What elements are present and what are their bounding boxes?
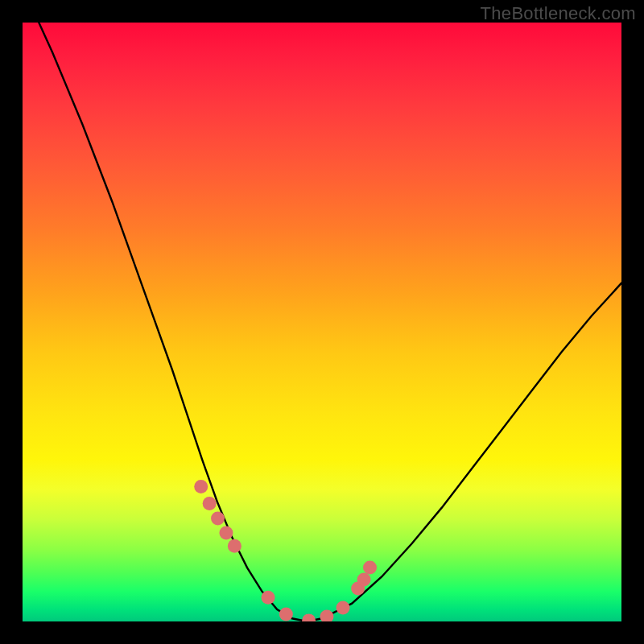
marker-dot bbox=[194, 480, 208, 493]
marker-dots-group bbox=[194, 480, 377, 621]
marker-dot bbox=[262, 591, 275, 605]
marker-dot bbox=[219, 526, 233, 539]
watermark-text: TheBottleneck.com bbox=[481, 3, 636, 24]
marker-dot bbox=[302, 613, 316, 621]
chart-svg bbox=[23, 23, 621, 621]
marker-dot bbox=[336, 601, 350, 614]
bottleneck-curve bbox=[23, 23, 621, 621]
marker-dot bbox=[211, 512, 225, 526]
marker-dot bbox=[203, 497, 217, 510]
chart-frame: TheBottleneck.com bbox=[0, 0, 644, 644]
marker-dot bbox=[228, 539, 242, 553]
marker-dot bbox=[357, 572, 371, 586]
plot-area bbox=[23, 23, 621, 621]
marker-dot bbox=[279, 608, 293, 621]
marker-dot bbox=[320, 610, 333, 621]
marker-dot bbox=[363, 561, 377, 575]
